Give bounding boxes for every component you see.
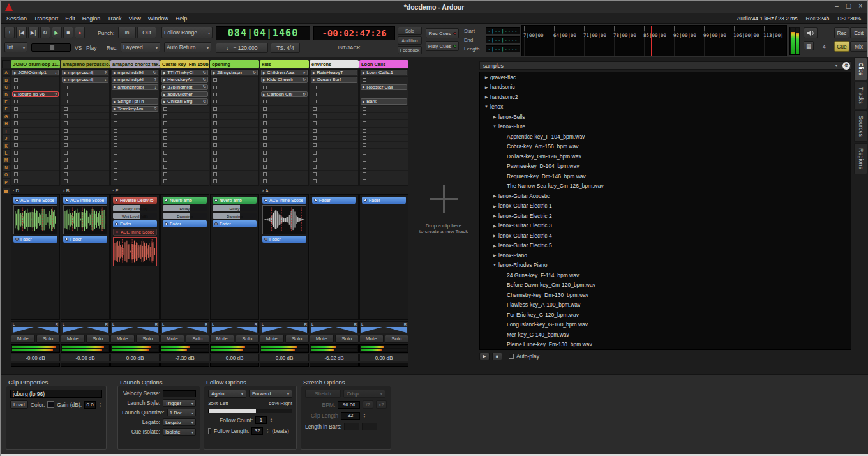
clip-slot[interactable] (310, 149, 358, 156)
clip-slot[interactable] (310, 171, 358, 178)
slot-stop-button[interactable] (363, 136, 366, 140)
clip-slot[interactable] (11, 84, 59, 91)
chevron-right-icon[interactable]: ▶ (491, 224, 498, 228)
clip-play-icon[interactable]: ▶ (114, 71, 116, 75)
tab-regions[interactable]: Regions (854, 143, 867, 174)
mute-button[interactable]: Mute (110, 335, 135, 343)
pan-control[interactable]: LR (210, 321, 259, 333)
clip-slot[interactable] (161, 149, 209, 156)
clip[interactable]: ▶RainHeavyT (311, 70, 357, 75)
slot-stop-button[interactable] (313, 165, 317, 169)
plugin-processor[interactable]: reverb-amb (213, 197, 257, 204)
clip-slot[interactable] (310, 113, 358, 120)
gain-display[interactable]: -6.02 dB (310, 354, 359, 361)
sample-file[interactable]: 24 Guns-key_F-114_bpm.wav (480, 270, 851, 280)
track-header[interactable]: amapiano percussio... (61, 60, 110, 68)
slot-stop-button[interactable] (114, 151, 117, 155)
slot-stop-button[interactable] (64, 107, 68, 111)
slot-stop-button[interactable] (313, 129, 317, 133)
plugin-control-slider[interactable]: Delay Time (s) (113, 205, 157, 211)
clip-play-icon[interactable]: ▶ (14, 71, 17, 75)
slot-stop-button[interactable] (313, 143, 317, 147)
gain-display[interactable]: 0.00 dB (260, 354, 309, 361)
sample-file[interactable]: Apprentice-key_F-104_bpm.wav (480, 132, 851, 142)
preview-stop-button[interactable]: ■ (492, 353, 502, 360)
mute-button[interactable]: Mute (310, 335, 334, 343)
clip-slot[interactable] (61, 171, 109, 178)
clip-slot[interactable] (310, 178, 358, 185)
sample-folder[interactable]: ▶handsonic (480, 82, 851, 93)
clip[interactable]: ▶Bark (361, 98, 407, 104)
clip-slot[interactable] (211, 171, 258, 178)
clip-slot[interactable] (111, 120, 159, 127)
clip-slot[interactable]: ▶addyMother (161, 91, 209, 98)
slot-stop-button[interactable] (64, 179, 68, 183)
sample-folder[interactable]: ▶handsonic2 (480, 92, 851, 102)
clip-slot[interactable] (11, 106, 59, 113)
slot-stop-button[interactable] (313, 158, 317, 162)
slot-stop-button[interactable] (363, 158, 366, 162)
chevron-down-icon[interactable]: ▼ (483, 105, 490, 109)
follow-left-dropdown[interactable]: Again (208, 390, 246, 398)
auto-return-dropdown[interactable]: Auto Return (164, 42, 211, 52)
mute-button[interactable]: Mute (260, 335, 284, 343)
clip-slot[interactable]: ▶SttngnTpfTh (111, 98, 159, 105)
clip-slot[interactable] (61, 98, 109, 105)
double-tempo-button[interactable]: x2 (376, 400, 387, 409)
slot-stop-button[interactable] (114, 165, 117, 169)
clip-slot[interactable] (61, 113, 109, 120)
menu-track[interactable]: Track (104, 15, 124, 22)
clip-slot[interactable] (260, 149, 308, 156)
gear-icon[interactable]: ⚙ (842, 62, 850, 70)
slot-stop-button[interactable] (163, 136, 167, 140)
rec-cues-button[interactable]: Rec Cues (426, 28, 459, 38)
gain-display[interactable]: -7.39 dB (160, 354, 209, 361)
clip-slot[interactable] (11, 128, 59, 135)
clip[interactable]: ▶TThThnkyCi↻ (161, 70, 208, 75)
autoplay-checkbox[interactable] (509, 354, 514, 359)
clip-length-input[interactable]: 32 (341, 412, 360, 420)
track-header[interactable]: Loon Calls (359, 60, 408, 68)
clip-slot[interactable] (310, 128, 358, 135)
slot-stop-button[interactable] (363, 129, 366, 133)
clip-slot[interactable] (211, 149, 258, 156)
slot-stop-button[interactable] (213, 107, 217, 111)
track-header[interactable]: environs (310, 60, 359, 68)
slot-stop-button[interactable] (263, 165, 267, 169)
option-dropdown[interactable]: Legato (163, 418, 196, 426)
gain-slider[interactable] (110, 363, 160, 367)
chevron-right-icon[interactable]: ▶ (483, 75, 490, 79)
slot-stop-button[interactable] (263, 136, 267, 140)
solo-indicator-button[interactable]: Solo (398, 27, 422, 35)
clip-slot[interactable] (360, 135, 408, 142)
option-dropdown[interactable]: 1 Bar (167, 409, 196, 416)
clip[interactable]: ▶addyMother (161, 91, 208, 97)
slot-stop-button[interactable] (313, 151, 317, 155)
clip-slot[interactable] (360, 142, 408, 149)
clip-slot[interactable] (360, 128, 408, 135)
clip-slot[interactable] (11, 178, 59, 185)
menu-help[interactable]: Help (172, 15, 191, 22)
clip-slot[interactable] (260, 178, 308, 185)
clip-play-icon[interactable]: ▶ (263, 93, 266, 96)
slot-stop-button[interactable] (163, 151, 167, 155)
goto-start-button[interactable]: |◀ (16, 27, 27, 38)
menu-region[interactable]: Region (79, 15, 104, 22)
clip-slot[interactable]: ▶mpnchrdzfkl↻ (111, 70, 159, 77)
chevron-right-icon[interactable]: ▶ (491, 243, 498, 248)
sample-file[interactable]: Cobra-key_Am-156_bpm.wav (480, 142, 851, 152)
track-header[interactable]: opening (210, 60, 259, 68)
solo-button[interactable]: Solo (335, 335, 359, 343)
tab-sources[interactable]: Sources (854, 110, 867, 142)
sample-folder[interactable]: ▼lenox-Flute (480, 122, 851, 132)
primary-clock[interactable]: 084|04|1460 (216, 26, 310, 40)
clip-slot[interactable] (260, 163, 308, 171)
clip-slot[interactable] (211, 135, 258, 142)
slot-stop-button[interactable] (14, 78, 18, 82)
clip-slot[interactable] (161, 106, 209, 113)
velocity-sense-input[interactable] (163, 390, 196, 397)
clip-slot[interactable] (61, 91, 109, 98)
slot-stop-button[interactable] (64, 129, 68, 133)
clip-slot[interactable]: ▶Chikari Strg↻ (161, 98, 209, 105)
slot-stop-button[interactable] (363, 78, 366, 82)
